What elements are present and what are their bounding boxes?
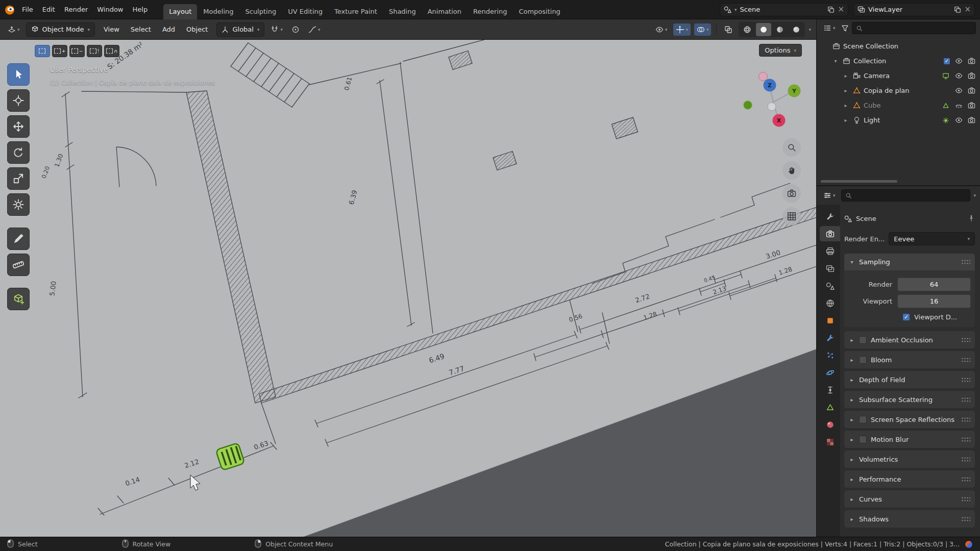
gizmo-axis-ball-negative[interactable]: [759, 72, 768, 81]
panel-curves[interactable]: ▸Curves: [844, 490, 975, 508]
menu-render[interactable]: Render: [60, 4, 92, 15]
show-overlays-toggle[interactable]: ▾: [694, 23, 712, 36]
expand-icon[interactable]: ▸: [849, 337, 855, 343]
workspace-tab-modeling[interactable]: Modeling: [198, 4, 239, 19]
workspace-tab-texture-paint[interactable]: Texture Paint: [329, 4, 383, 19]
outliner-search[interactable]: [852, 22, 976, 34]
panel-checkbox[interactable]: [859, 356, 867, 364]
panel-checkbox[interactable]: [859, 416, 867, 423]
viewlayer-selector[interactable]: ViewLayer ×: [853, 3, 975, 16]
scene-selector[interactable]: ▾ Scene ×: [720, 3, 848, 16]
new-viewlayer-button[interactable]: [954, 6, 961, 13]
properties-tab-modifiers[interactable]: [820, 330, 840, 345]
editor-type-button[interactable]: ▾: [5, 23, 22, 36]
viewport-menu-object[interactable]: Object: [181, 23, 213, 36]
disclosure-right-icon[interactable]: ▸: [842, 103, 849, 108]
proportional-editing-toggle[interactable]: [289, 23, 302, 36]
object-visibility-dropdown[interactable]: ▾: [653, 23, 670, 36]
select-mode-invert-button[interactable]: !: [87, 45, 102, 57]
disclosure-right-icon[interactable]: ▸: [842, 73, 849, 79]
drag-grip-icon[interactable]: [961, 417, 970, 422]
drag-grip-icon[interactable]: [961, 357, 970, 363]
properties-search-input[interactable]: [855, 191, 967, 200]
outliner-item-label[interactable]: Camera: [864, 72, 890, 80]
tool-scale-button[interactable]: [7, 167, 30, 190]
select-mode-intersect-button[interactable]: ∩: [104, 45, 119, 57]
chevron-down-icon[interactable]: ▾: [280, 27, 283, 32]
outliner-row-collection[interactable]: ▾Collection✓: [817, 54, 980, 68]
outliner-row-copia-de-plan[interactable]: ▸Copia de plan: [817, 83, 980, 98]
render-visibility-icon[interactable]: [967, 102, 976, 109]
panel-bloom[interactable]: ▸Bloom: [844, 351, 975, 368]
drag-grip-icon[interactable]: [961, 437, 970, 442]
panel-motion-blur[interactable]: ▸Motion Blur: [844, 431, 975, 448]
viewport-zoom-button[interactable]: [782, 138, 801, 157]
viewport-camera-button[interactable]: [782, 184, 801, 203]
panel-volumetrics[interactable]: ▸Volumetrics: [844, 450, 975, 468]
outliner-item-label[interactable]: Scene Collection: [843, 42, 898, 50]
render-samples-field[interactable]: 64: [897, 278, 971, 291]
chevron-down-icon[interactable]: ▾: [808, 27, 811, 32]
workspace-tab-animation[interactable]: Animation: [422, 4, 467, 19]
viewport-samples-field[interactable]: 16: [897, 294, 971, 308]
drag-grip-icon[interactable]: [961, 516, 970, 522]
snap-toggle[interactable]: ▾: [268, 23, 285, 36]
viewport-pan-button[interactable]: [782, 161, 801, 180]
new-scene-button[interactable]: [827, 6, 835, 13]
panel-ambient-occlusion[interactable]: ▸Ambient Occlusion: [844, 331, 975, 348]
outliner-row-scene-collection[interactable]: Scene Collection: [817, 39, 980, 54]
viewport-menu-select[interactable]: Select: [126, 23, 156, 36]
tool-transform-button[interactable]: [7, 193, 30, 216]
properties-search[interactable]: [841, 189, 971, 202]
workspace-tab-shading[interactable]: Shading: [383, 4, 422, 19]
expand-icon[interactable]: ▸: [849, 417, 855, 422]
eye-closed-icon[interactable]: [954, 102, 963, 109]
chevron-down-icon[interactable]: ▾: [973, 193, 976, 198]
breadcrumb-label[interactable]: Scene: [856, 215, 876, 222]
tool-measure-button[interactable]: [7, 254, 30, 276]
drag-grip-icon[interactable]: [961, 337, 970, 343]
outliner-item-label[interactable]: Copia de plan: [864, 87, 909, 94]
tool-select-box-button[interactable]: [7, 63, 30, 86]
expand-icon[interactable]: ▸: [849, 477, 855, 482]
select-mode-set-button[interactable]: [35, 45, 50, 57]
expand-icon[interactable]: ▸: [849, 377, 855, 383]
selectability-checkbox[interactable]: ✓: [943, 58, 950, 65]
render-visibility-icon[interactable]: [967, 87, 976, 94]
tool-cursor-button[interactable]: [7, 89, 30, 112]
render-visibility-icon[interactable]: [967, 116, 976, 124]
properties-tab-object[interactable]: [820, 313, 840, 328]
properties-tab-constraints[interactable]: [820, 382, 840, 397]
tool-rotate-button[interactable]: [7, 141, 30, 164]
drag-grip-icon[interactable]: [961, 397, 970, 403]
viewport-denoising-checkbox[interactable]: ✓: [902, 313, 910, 321]
shading-rendered-button[interactable]: [789, 23, 804, 36]
workspace-tab-sculpting[interactable]: Sculpting: [239, 4, 282, 19]
menu-file[interactable]: File: [17, 4, 38, 15]
remove-viewlayer-button[interactable]: ×: [964, 6, 971, 13]
properties-tab-particles[interactable]: [820, 347, 840, 363]
tool-annotate-button[interactable]: [7, 228, 30, 250]
eye-open-icon[interactable]: [954, 87, 963, 94]
eye-open-icon[interactable]: [954, 57, 963, 65]
select-mode-extend-button[interactable]: +: [52, 45, 67, 57]
show-gizmo-toggle[interactable]: ▾: [673, 23, 691, 36]
drag-grip-icon[interactable]: [961, 457, 970, 462]
panel-checkbox[interactable]: [859, 336, 867, 344]
properties-tab-viewlayer[interactable]: [820, 261, 840, 276]
panel-shadows[interactable]: ▸Shadows: [844, 510, 975, 528]
outliner-item-label[interactable]: Light: [864, 116, 880, 124]
drag-grip-icon[interactable]: [961, 496, 970, 502]
viewport-canvas[interactable]: S: 20.38 m²0.616.391.300.205.006.497.770…: [0, 40, 817, 537]
viewport-grid-button[interactable]: [782, 207, 801, 226]
drag-grip-icon[interactable]: [961, 377, 970, 383]
properties-tab-render[interactable]: [820, 226, 840, 241]
gizmo-axis-ball-negative[interactable]: [768, 103, 776, 111]
viewlayer-name[interactable]: ViewLayer: [868, 6, 951, 13]
properties-tab-tool[interactable]: [820, 209, 840, 224]
viewport-menu-add[interactable]: Add: [157, 23, 180, 36]
outliner-row-cube[interactable]: ▸Cube: [817, 98, 980, 113]
outliner-editor-type-button[interactable]: ▾: [821, 22, 838, 34]
collapse-icon[interactable]: ▾: [849, 259, 855, 265]
shading-wireframe-button[interactable]: [740, 23, 755, 36]
